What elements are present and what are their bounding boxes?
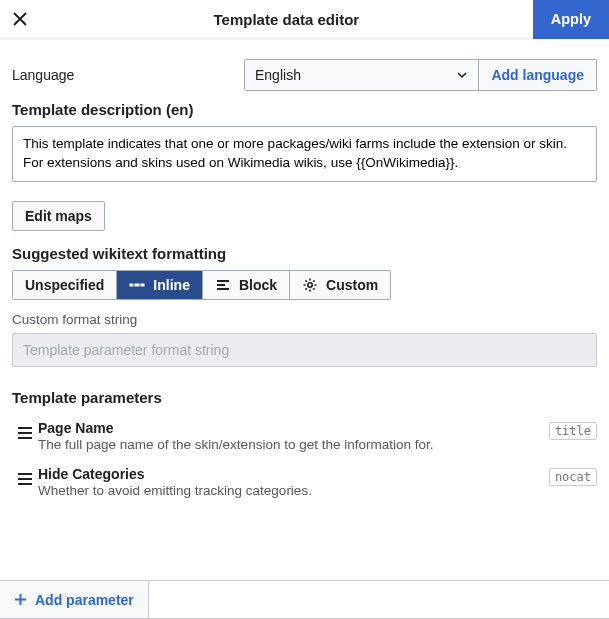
drag-icon	[17, 472, 33, 486]
chevron-down-icon	[456, 69, 468, 81]
format-option-label: Block	[239, 277, 277, 293]
custom-format-input	[12, 333, 597, 367]
svg-rect-4	[217, 284, 225, 286]
parameters-heading: Template parameters	[12, 389, 597, 406]
svg-rect-2	[141, 284, 144, 286]
format-option-block[interactable]: Block	[203, 271, 290, 299]
dialog-body: Language English Add language Template d…	[0, 39, 609, 580]
format-option-unspecified[interactable]: Unspecified	[13, 271, 117, 299]
edit-maps-button[interactable]: Edit maps	[12, 201, 105, 231]
format-option-label: Custom	[326, 277, 378, 293]
add-language-button[interactable]: Add language	[479, 60, 596, 90]
drag-handle[interactable]	[12, 466, 38, 486]
svg-line-12	[313, 288, 314, 289]
apply-button[interactable]: Apply	[533, 0, 609, 39]
parameter-name: Page Name	[38, 420, 549, 436]
language-controls: English Add language	[244, 59, 597, 91]
drag-icon	[17, 426, 33, 440]
parameter-name: Hide Categories	[38, 466, 549, 482]
drag-handle[interactable]	[12, 420, 38, 440]
custom-format-label: Custom format string	[12, 312, 597, 327]
add-parameter-button[interactable]: Add parameter	[0, 581, 149, 618]
close-button[interactable]	[0, 0, 40, 39]
parameter-desc: Whether to avoid emitting tracking categ…	[38, 483, 549, 498]
language-selected: English	[255, 67, 301, 83]
plus-icon	[14, 593, 27, 606]
language-row: Language English Add language	[12, 59, 597, 91]
svg-line-11	[305, 280, 306, 281]
language-select[interactable]: English	[245, 60, 479, 90]
parameter-desc: The full page name of the skin/extension…	[38, 437, 549, 452]
dialog-footer: Add parameter	[0, 580, 609, 618]
svg-rect-5	[217, 288, 229, 290]
parameter-row[interactable]: Hide Categories Whether to avoid emittin…	[12, 466, 597, 498]
language-label: Language	[12, 67, 244, 83]
formatting-heading: Suggested wikitext formatting	[12, 245, 597, 262]
parameter-body: Hide Categories Whether to avoid emittin…	[38, 466, 549, 498]
parameter-body: Page Name The full page name of the skin…	[38, 420, 549, 452]
add-parameter-label: Add parameter	[35, 592, 134, 608]
svg-rect-1	[135, 284, 139, 286]
close-icon	[12, 11, 28, 27]
format-option-inline[interactable]: Inline	[117, 271, 203, 299]
format-option-label: Unspecified	[25, 277, 104, 293]
svg-point-6	[308, 283, 312, 287]
formatting-toggle: Unspecified Inline Block Custom	[12, 270, 391, 300]
parameter-key: title	[549, 422, 597, 440]
gear-icon	[302, 277, 318, 293]
inline-icon	[129, 277, 145, 293]
format-option-custom[interactable]: Custom	[290, 271, 390, 299]
dialog-title: Template data editor	[40, 11, 533, 28]
dialog-header: Template data editor Apply	[0, 0, 609, 39]
block-icon	[215, 277, 231, 293]
svg-rect-3	[217, 280, 229, 282]
parameter-key: nocat	[549, 468, 597, 486]
svg-rect-0	[130, 284, 133, 286]
format-option-label: Inline	[153, 277, 190, 293]
description-heading: Template description (en)	[12, 101, 597, 118]
parameter-row[interactable]: Page Name The full page name of the skin…	[12, 420, 597, 452]
svg-line-13	[313, 280, 314, 281]
svg-line-14	[305, 288, 306, 289]
description-textarea[interactable]	[12, 126, 597, 182]
